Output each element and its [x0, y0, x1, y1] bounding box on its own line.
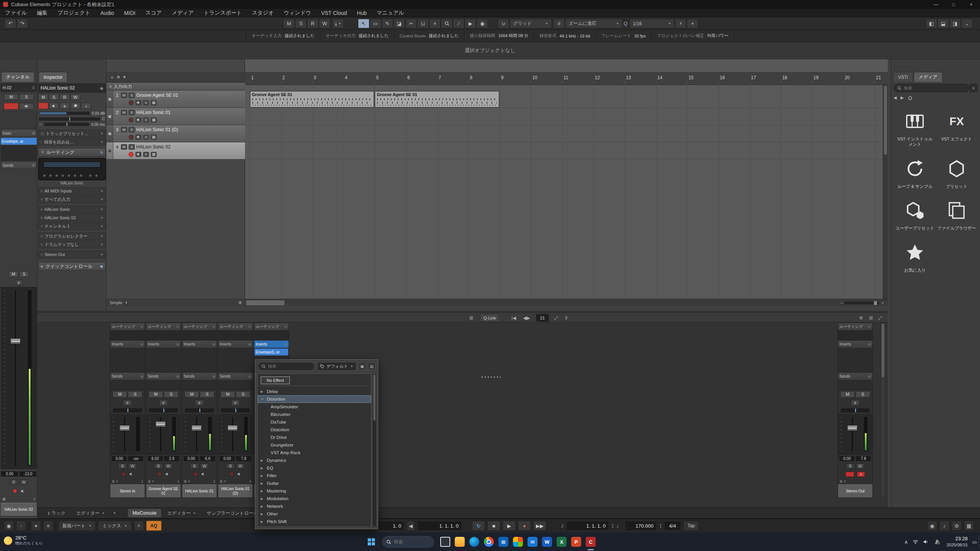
insert-slots[interactable]	[838, 348, 872, 373]
read-button[interactable]: R	[10, 479, 18, 485]
mute-button[interactable]: M	[220, 391, 235, 398]
channel-name[interactable]: HALion Sonic 01 (D)	[218, 484, 253, 497]
send-slots[interactable]	[146, 380, 181, 390]
mute-button[interactable]: M	[4, 94, 18, 100]
inspector-track-title[interactable]: HALion Sonic 02◉	[38, 83, 106, 93]
track-mute-button[interactable]: M	[121, 144, 127, 150]
list-icon[interactable]: ≡	[43, 521, 53, 531]
edit-channel-button[interactable]: e	[15, 280, 23, 285]
left-locator-display[interactable]: 1. 0	[377, 521, 405, 531]
read-button[interactable]: R	[190, 463, 199, 469]
weather-widget[interactable]: 28°C 晴れのちくもり	[4, 535, 42, 546]
horizontal-scrollbar[interactable]: − ＋	[245, 299, 888, 306]
network-icon[interactable]	[913, 540, 918, 544]
taskbar-app-excel[interactable]: X	[554, 533, 569, 551]
tool-split[interactable]: ✂	[405, 19, 417, 28]
mix-dropdown[interactable]: ミックス▼	[98, 521, 131, 531]
routing-section[interactable]: ルーティング⊂	[110, 323, 145, 331]
record-enable-button[interactable]	[129, 117, 134, 122]
tool-play[interactable]: ▶	[465, 19, 476, 28]
media-tab-1[interactable]: メディア	[914, 72, 942, 82]
menu-item-8[interactable]: スタジオ	[247, 9, 279, 17]
taskbar-app-cubase[interactable]: C	[583, 533, 598, 551]
mute-button[interactable]: M	[38, 94, 48, 100]
click-button[interactable]: ◉	[927, 521, 937, 531]
new-part-dropdown[interactable]: 新規パート▼	[58, 521, 96, 531]
channel-name[interactable]: Stereo Out	[838, 484, 872, 497]
menu-item-4[interactable]: MIDI	[119, 9, 140, 17]
taskbar-app-edge[interactable]	[467, 533, 482, 551]
fader-handle[interactable]	[191, 425, 202, 431]
record-enable-button[interactable]	[4, 103, 18, 109]
plugin-search[interactable]	[258, 362, 315, 371]
position-display[interactable]: 1. 1. 1. 0	[417, 521, 462, 531]
track-mute-button[interactable]: M	[121, 110, 127, 115]
tool-range-select[interactable]: ▭	[370, 19, 381, 28]
taskbar-app-task-view[interactable]	[438, 533, 452, 551]
inspector-dropdown[interactable]: ≡HALion Sonic▼	[38, 205, 106, 213]
sends-section[interactable]: Sends◎	[146, 373, 181, 380]
media-tile-presets[interactable]: プリセット	[937, 156, 977, 189]
menu-item-6[interactable]: メディア	[167, 9, 199, 17]
sends-section[interactable]: Sends◎	[182, 373, 217, 380]
insert-slots[interactable]	[146, 348, 181, 373]
edit-channel-button[interactable]: e	[143, 100, 149, 105]
midi-event-1[interactable]: Groove Agent SE 01	[375, 91, 499, 108]
track-row-1[interactable]: ▦ 1 M S Groove Agent SE 01 e ▦	[106, 91, 245, 108]
track-solo-button[interactable]: S	[129, 93, 135, 98]
clip-value[interactable]: 1	[857, 472, 865, 477]
time-signature-display[interactable]: 4/4	[664, 521, 681, 531]
home-icon[interactable]	[908, 95, 913, 100]
mute-button[interactable]: M	[185, 391, 199, 398]
status-segment-5[interactable]: フレームレート 30 fps	[596, 31, 651, 41]
sends-section[interactable]: Sends◎	[110, 373, 145, 380]
track-grip[interactable]: ▦	[106, 125, 113, 142]
solo-button[interactable]: S	[19, 271, 29, 277]
inserts-section[interactable]: Inserts◎	[146, 341, 181, 348]
channel-counter[interactable]: 21	[536, 314, 549, 322]
volume-value[interactable]: 0.00 dB	[92, 111, 105, 116]
quantize-panel-button[interactable]: ×	[687, 19, 698, 28]
insert-slots-empty[interactable]	[1, 145, 37, 161]
insert-slots[interactable]	[182, 348, 217, 373]
fader-value[interactable]: 0.00	[219, 456, 235, 461]
plugin-list-scrollbar[interactable]	[372, 373, 377, 527]
fader-value[interactable]: 0.00	[1, 471, 18, 477]
routing-section-header[interactable]: ▼ルーティング◎	[38, 148, 106, 156]
tool-erase[interactable]: ◪	[394, 19, 405, 28]
write-button[interactable]: W	[70, 94, 80, 100]
tap-tempo-button[interactable]: Tap	[683, 521, 699, 531]
show-desktop-button[interactable]	[978, 536, 980, 548]
track-row-2[interactable]: ▦ 2 M S HALion Sonic 01 e ▦	[106, 108, 245, 125]
track-grip[interactable]: ▦	[106, 108, 113, 125]
routing-slots[interactable]	[110, 331, 145, 341]
tempo-display[interactable]: 170.000	[625, 521, 657, 531]
automation-R-button[interactable]: R	[307, 19, 318, 28]
tool-line[interactable]: ∕	[453, 19, 464, 28]
monitor-button[interactable]	[19, 103, 34, 109]
menu-item-1[interactable]: 編集	[32, 9, 52, 17]
io-folder-track[interactable]: ≡ 入力/出力	[106, 83, 245, 91]
plugin-item-1-4[interactable]: Dr Drive	[258, 434, 371, 441]
instrument-thumbnail[interactable]	[38, 158, 106, 180]
inspector-dropdown[interactable]: ≡All MIDI Inputs▼	[38, 187, 106, 195]
edit-channel-button[interactable]: e	[143, 152, 149, 157]
fader-value[interactable]: 0.00	[839, 456, 855, 461]
automation-M-button[interactable]: M	[283, 19, 295, 28]
monitor-icon[interactable]	[20, 489, 25, 494]
write-button[interactable]: W	[200, 463, 209, 469]
goto-left-locator-icon[interactable]: ◀	[407, 521, 415, 531]
plugin-preset-dropdown[interactable]: デフォルト▼	[317, 362, 356, 371]
record-mode-icon[interactable]: ◉	[4, 521, 14, 531]
delay-slider[interactable]	[44, 123, 89, 126]
menu-item-11[interactable]: Hub	[352, 9, 372, 17]
fader-handle[interactable]	[227, 425, 238, 431]
taskbar-search[interactable]	[382, 536, 434, 548]
edit-channel-button[interactable]: e	[195, 400, 204, 406]
plugin-category-8[interactable]: ▶ Network	[258, 502, 371, 510]
sends-section[interactable]: Sends◎	[838, 373, 872, 380]
snap-button[interactable]: ∪	[498, 19, 509, 28]
record-enable-button[interactable]	[121, 472, 126, 476]
status-segment-1[interactable]: オーディオ出力 接続されました	[320, 31, 394, 41]
timeline-ruler[interactable]: 123456789101112131415161718192021	[245, 72, 888, 85]
